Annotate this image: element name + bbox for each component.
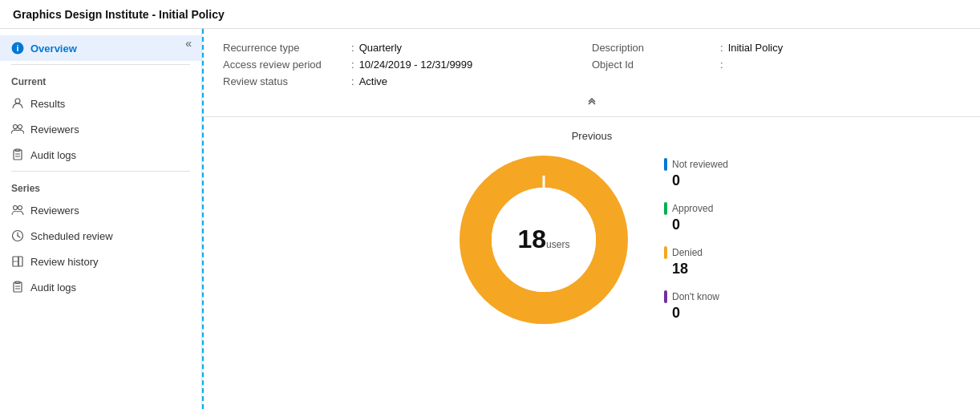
book-icon — [11, 255, 24, 268]
description-row: Description : Initial Policy — [592, 42, 961, 54]
not-reviewed-label: Not reviewed — [672, 159, 728, 170]
divider-series — [11, 171, 190, 172]
approved-bar — [664, 202, 667, 215]
donut-center: 18users — [518, 225, 570, 253]
approved-value: 0 — [672, 217, 728, 233]
sidebar-item-audit-logs-series[interactable]: Audit logs — [0, 274, 201, 300]
people-icon — [11, 123, 24, 136]
description-value: Initial Policy — [728, 42, 784, 54]
access-review-period-value: 10/24/2019 - 12/31/9999 — [359, 59, 473, 71]
denied-bar — [664, 246, 667, 259]
svg-point-9 — [14, 206, 18, 210]
legend-denied: Denied 18 — [664, 246, 728, 277]
chart-legend: Not reviewed 0 Approved 0 — [664, 158, 728, 322]
svg-point-3 — [14, 125, 18, 129]
review-status-value: Active — [359, 75, 387, 87]
overview-label: Overview — [30, 43, 77, 55]
divider-current — [11, 64, 190, 65]
svg-point-10 — [18, 206, 22, 210]
sidebar-item-scheduled-review[interactable]: Scheduled review — [0, 223, 201, 249]
info-icon: i — [11, 42, 24, 55]
donut-chart: 18users — [456, 152, 632, 328]
svg-text:i: i — [16, 43, 18, 53]
sidebar-item-audit-logs-current[interactable]: Audit logs — [0, 142, 201, 168]
person-icon — [11, 97, 24, 110]
donut-total: 18 — [518, 225, 547, 253]
legend-approved: Approved 0 — [664, 202, 728, 233]
not-reviewed-value: 0 — [672, 172, 728, 189]
clock-icon — [11, 229, 24, 242]
access-review-period-label: Access review period — [223, 59, 351, 71]
review-status-label: Review status — [223, 75, 351, 87]
chart-area: 18users Not reviewed 0 — [204, 152, 980, 328]
svg-point-2 — [15, 99, 20, 103]
recurrence-type-row: Recurrence type : Quarterly — [223, 42, 592, 54]
review-status-row: Review status : Active — [223, 75, 592, 87]
svg-rect-15 — [18, 257, 22, 266]
page-title: Graphics Design Institute - Initial Poli… — [13, 8, 225, 21]
sidebar-item-overview[interactable]: i Overview — [0, 35, 201, 61]
object-id-label: Object Id — [592, 59, 720, 71]
sidebar-item-series-reviewers[interactable]: Reviewers — [0, 197, 201, 223]
dont-know-label: Don't know — [672, 291, 719, 302]
main-content: Recurrence type : Quarterly Access revie… — [204, 29, 980, 409]
clipboard-icon — [11, 148, 24, 161]
approved-label: Approved — [672, 203, 713, 214]
svg-line-13 — [18, 236, 20, 237]
chart-title: Previous — [572, 130, 613, 142]
sidebar-item-review-history[interactable]: Review history — [0, 249, 201, 274]
series-reviewers-label: Reviewers — [30, 204, 79, 217]
people-series-icon — [11, 204, 24, 217]
denied-label: Denied — [672, 247, 703, 258]
audit-logs-series-label: Audit logs — [30, 281, 76, 294]
chart-section: Previous 18users — [204, 117, 980, 409]
audit-logs-current-label: Audit logs — [30, 149, 76, 161]
legend-not-reviewed: Not reviewed 0 — [664, 158, 728, 189]
denied-value: 18 — [672, 261, 728, 277]
sidebar-item-reviewers-current[interactable]: Reviewers — [0, 116, 201, 142]
results-label: Results — [30, 98, 65, 110]
description-label: Description — [592, 42, 720, 54]
info-panel: Recurrence type : Quarterly Access revie… — [204, 29, 980, 117]
not-reviewed-bar — [664, 158, 667, 171]
svg-point-4 — [18, 125, 22, 129]
review-history-label: Review history — [30, 256, 99, 268]
collapse-button[interactable]: « — [182, 35, 195, 51]
scheduled-review-label: Scheduled review — [30, 230, 113, 242]
reviewers-current-label: Reviewers — [30, 124, 79, 136]
legend-dont-know: Don't know 0 — [664, 290, 728, 322]
clipboard-series-icon — [11, 281, 24, 294]
sidebar: « i Overview Current Results — [0, 29, 202, 409]
top-bar: Graphics Design Institute - Initial Poli… — [0, 0, 980, 29]
dont-know-bar — [664, 290, 667, 303]
series-section-label: Series — [0, 175, 201, 197]
donut-label: users — [546, 239, 569, 250]
collapse-arrow[interactable] — [223, 94, 961, 107]
access-review-period-row: Access review period : 10/24/2019 - 12/3… — [223, 59, 592, 71]
object-id-row: Object Id : — [592, 59, 961, 71]
sidebar-item-results[interactable]: Results — [0, 91, 201, 116]
recurrence-type-value: Quarterly — [359, 42, 402, 54]
main-wrapper: Recurrence type : Quarterly Access revie… — [202, 29, 980, 409]
dont-know-value: 0 — [672, 305, 728, 322]
recurrence-type-label: Recurrence type — [223, 42, 351, 54]
info-grid: Recurrence type : Quarterly Access revie… — [223, 42, 961, 87]
current-section-label: Current — [0, 68, 201, 91]
